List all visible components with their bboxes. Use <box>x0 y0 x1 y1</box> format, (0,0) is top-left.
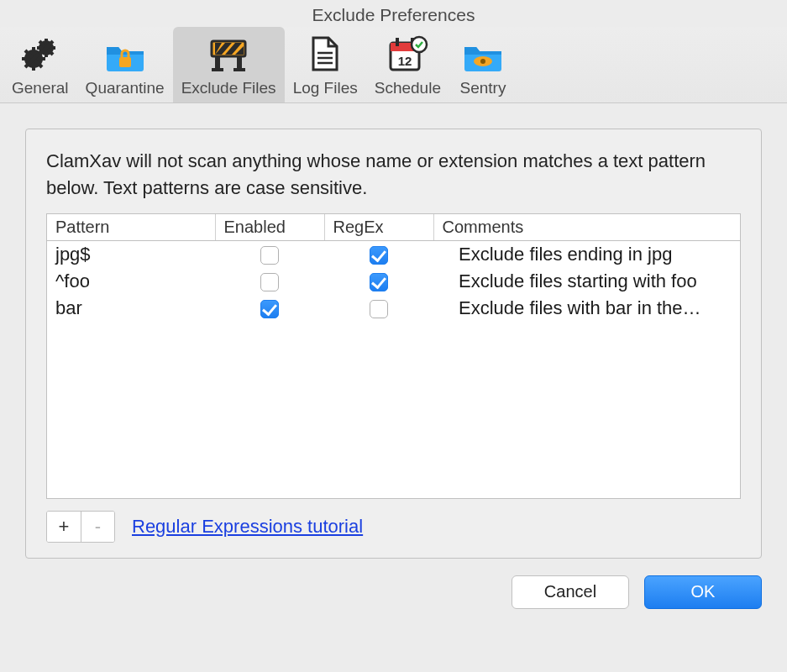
table-row[interactable]: ^foo Exclude files starting with foo <box>47 268 740 295</box>
tab-exclude-files[interactable]: Exclude Files <box>173 27 285 102</box>
cell-comments[interactable]: Exclude files starting with foo <box>433 268 740 295</box>
svg-rect-19 <box>237 56 242 70</box>
tab-label: Schedule <box>375 79 441 97</box>
col-header-enabled[interactable]: Enabled <box>215 214 324 241</box>
cell-comments[interactable]: Exclude files with bar in the… <box>433 295 740 322</box>
ok-button[interactable]: OK <box>644 575 762 609</box>
cell-pattern[interactable]: bar <box>47 295 215 322</box>
col-header-comments[interactable]: Comments <box>433 214 740 241</box>
eye-folder-icon <box>461 32 505 76</box>
table-row[interactable]: bar Exclude files with bar in the… <box>47 295 740 322</box>
cell-pattern[interactable]: ^foo <box>47 268 215 295</box>
tab-label: Log Files <box>293 79 358 97</box>
enabled-checkbox[interactable] <box>260 300 279 318</box>
svg-text:12: 12 <box>398 54 412 68</box>
cell-pattern[interactable]: jpg$ <box>47 240 215 268</box>
barrier-icon <box>207 32 250 76</box>
svg-rect-12 <box>119 57 131 67</box>
pattern-table: Pattern Enabled RegEx Comments jpg$ Excl… <box>46 213 741 499</box>
dialog-footer: Cancel OK <box>0 559 787 609</box>
svg-rect-27 <box>396 38 399 46</box>
col-header-pattern[interactable]: Pattern <box>47 214 215 241</box>
col-header-regex[interactable]: RegEx <box>324 214 433 241</box>
table-row[interactable]: jpg$ Exclude files ending in jpg <box>47 240 740 268</box>
exclude-panel: ClamXav will not scan anything whose nam… <box>25 129 762 559</box>
tab-label: Sentry <box>460 79 506 97</box>
enabled-checkbox[interactable] <box>260 246 279 265</box>
cancel-button[interactable]: Cancel <box>512 575 629 609</box>
tab-general[interactable]: General <box>3 27 77 102</box>
cell-comments[interactable]: Exclude files ending in jpg <box>433 240 740 268</box>
table-controls: + - Regular Expressions tutorial <box>46 511 741 543</box>
add-button[interactable]: + <box>47 512 81 542</box>
tab-log-files[interactable]: Log Files <box>285 27 366 102</box>
tab-label: Quarantine <box>86 79 165 97</box>
regex-checkbox[interactable] <box>370 300 388 318</box>
svg-point-32 <box>480 59 485 64</box>
svg-rect-18 <box>215 56 220 70</box>
regex-checkbox[interactable] <box>370 273 388 291</box>
calendar-icon: 12 <box>386 32 429 76</box>
gears-icon <box>18 32 62 76</box>
tab-label: General <box>12 79 69 97</box>
tab-sentry[interactable]: Sentry <box>449 27 517 102</box>
remove-button[interactable]: - <box>81 512 114 542</box>
document-icon <box>303 32 347 76</box>
window-title: Exclude Preferences <box>0 0 787 27</box>
svg-rect-20 <box>212 68 223 71</box>
panel-description: ClamXav will not scan anything whose nam… <box>46 148 741 202</box>
tab-schedule[interactable]: 12 Schedule <box>366 27 449 102</box>
tab-label: Exclude Files <box>181 79 276 97</box>
regex-tutorial-link[interactable]: Regular Expressions tutorial <box>132 516 363 538</box>
tab-quarantine[interactable]: Quarantine <box>77 27 173 102</box>
lock-folder-icon <box>103 32 147 76</box>
toolbar: General Quarantine Exclude Files <box>0 27 787 103</box>
regex-checkbox[interactable] <box>370 246 388 265</box>
svg-rect-21 <box>233 68 245 71</box>
enabled-checkbox[interactable] <box>260 273 279 291</box>
